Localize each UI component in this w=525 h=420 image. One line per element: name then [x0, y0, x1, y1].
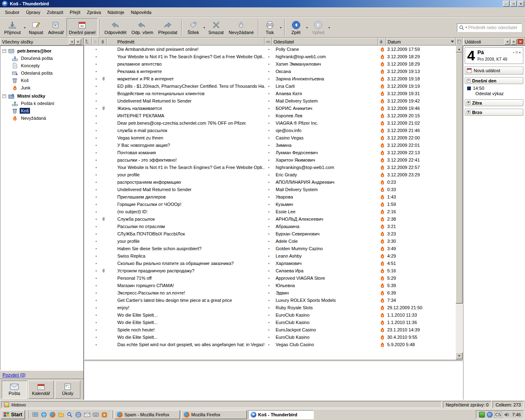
read-cell[interactable] [265, 56, 272, 57]
star-cell[interactable] [92, 292, 100, 294]
read-cell[interactable] [265, 278, 272, 279]
message-row[interactable]: Реклама в интернетеОксана3.12.2009 19:13 [84, 68, 456, 75]
junk-flame-icon[interactable] [378, 217, 386, 222]
read-cell[interactable] [265, 263, 272, 264]
star-cell[interactable] [92, 256, 100, 257]
star-cell[interactable] [92, 211, 100, 212]
message-row[interactable]: маркетинг и PR в интернетЗаряна Иннокент… [84, 75, 456, 82]
close-button[interactable] [518, 1, 524, 7]
junk-flame-icon[interactable] [378, 62, 386, 67]
junk-flame-icon[interactable] [378, 224, 386, 229]
junk-flame-icon[interactable] [378, 246, 386, 251]
read-cell[interactable] [265, 285, 272, 286]
star-cell[interactable] [92, 233, 100, 235]
message-row[interactable]: Устроили праздничную распродажу?Силаева … [84, 267, 456, 274]
star-cell[interactable] [92, 300, 100, 301]
folder-view-prev-button[interactable] [69, 39, 75, 45]
tab-tasks[interactable]: Úkoly [55, 381, 80, 399]
star-cell[interactable] [92, 174, 100, 176]
star-cell[interactable] [92, 307, 100, 308]
column-picker-button[interactable] [456, 38, 463, 46]
read-cell[interactable] [265, 226, 272, 227]
star-cell[interactable] [92, 78, 100, 80]
message-row[interactable]: enjoy!Ruby Royale Slots29.12.2009 21:50 [84, 304, 456, 311]
new-event-button[interactable]: Nová událost [465, 66, 523, 75]
read-cell[interactable] [265, 71, 272, 72]
read-cell[interactable] [265, 160, 272, 161]
title-bar[interactable]: Koš - Thunderbird [0, 0, 525, 7]
next-month-icon[interactable] [519, 50, 521, 54]
star-cell[interactable] [92, 189, 100, 190]
junk-flame-icon[interactable] [378, 283, 386, 288]
menu-upravy[interactable]: Úpravy [23, 9, 43, 16]
message-list-scrollbar[interactable]: ▲ ▼ [456, 46, 463, 359]
read-cell[interactable] [265, 152, 272, 153]
forward-nav-button[interactable]: Vpřed [309, 18, 328, 37]
junk-flame-icon[interactable] [378, 335, 386, 340]
star-cell[interactable] [92, 263, 100, 264]
message-row[interactable]: распространяем информациюАПОЛЛИНАРИЯ Анд… [84, 178, 456, 186]
forward-button[interactable]: Přeposlat [156, 18, 180, 37]
star-cell[interactable] [92, 167, 100, 168]
junk-flame-icon[interactable] [378, 253, 386, 259]
folder-drafts[interactable]: Koncepty [0, 62, 83, 69]
message-row[interactable]: ED pills - $1.20/each, PharmacyChecker C… [84, 82, 456, 90]
tray-app-icon[interactable] [487, 412, 493, 418]
goto-today-icon[interactable] [515, 50, 518, 54]
section-soon-header[interactable]: + Brzo [465, 109, 523, 116]
junk-flame-icon[interactable] [378, 305, 386, 310]
invitations-link[interactable]: Pozvání (0) [2, 372, 25, 377]
message-row[interactable]: Жизнь налаживаетсяБОРИС Аникитич3.12.200… [84, 105, 456, 112]
star-column-header[interactable]: ☆ [92, 38, 99, 46]
read-cell[interactable] [265, 49, 272, 50]
today-pane-close-button[interactable] [518, 39, 523, 44]
attachment-column-header[interactable] [99, 38, 107, 46]
today-dot-icon[interactable] [513, 50, 514, 54]
star-cell[interactable] [92, 248, 100, 249]
menu-napoveda[interactable]: Nápověda [128, 9, 155, 16]
folder-trash-local-selected[interactable]: Koš [0, 107, 83, 114]
folder-view-next-button[interactable] [75, 39, 81, 45]
message-row[interactable]: Undelivered Mail Returned to SenderMail … [84, 97, 456, 105]
search-input[interactable]: ▾ Předmět nebo odesílatel [457, 23, 522, 32]
media-player-icon[interactable] [101, 411, 107, 418]
read-cell[interactable] [265, 241, 272, 242]
junk-flame-icon[interactable] [378, 150, 386, 155]
expand-icon[interactable]: + [467, 110, 470, 114]
read-cell[interactable] [265, 292, 272, 294]
tray-status-icon[interactable] [479, 412, 485, 418]
junk-flame-icon[interactable] [378, 276, 386, 281]
back-dropdown[interactable] [306, 18, 309, 37]
folder-sent[interactable]: Odeslaná pošta [0, 69, 83, 77]
folder-inbox[interactable]: Doručená pošta [0, 55, 83, 62]
message-row[interactable]: Воздействие на потенциальных клиентовАла… [84, 90, 456, 97]
taskbar-window-spam-firefox[interactable]: Spam - Mozilla Firefox [114, 410, 180, 419]
star-cell[interactable] [92, 123, 100, 124]
read-cell[interactable] [265, 329, 272, 331]
junk-flame-icon[interactable] [378, 76, 386, 82]
taskbar-handle[interactable] [111, 411, 112, 419]
menu-soubor[interactable]: Soubor [2, 9, 23, 16]
message-row[interactable]: Undelivered Mail Returned to SenderMail … [84, 186, 456, 193]
message-row[interactable]: Get Cartier's latest bleu design time pi… [84, 297, 456, 304]
message-row[interactable]: Горящие Рассылки от ЧОООр!Кузьмин1:59 [84, 201, 456, 208]
star-cell[interactable] [92, 93, 100, 94]
event-item[interactable]: 14:50 Odeslat výkaz [465, 84, 523, 97]
minimize-button[interactable] [503, 1, 509, 7]
star-cell[interactable] [92, 115, 100, 116]
star-cell[interactable] [92, 49, 100, 50]
taskbar-window-firefox[interactable]: Mozilla Firefox [181, 410, 247, 419]
junk-flame-icon[interactable] [378, 84, 386, 89]
read-cell[interactable] [265, 174, 272, 176]
collapse-icon[interactable] [467, 79, 470, 82]
message-row[interactable]: your profileAdele Cole3:30 [84, 237, 456, 245]
message-row[interactable]: Магазин горящего СПАМА!Юльевна5:39 [84, 282, 456, 289]
forward-nav-dropdown[interactable] [328, 18, 331, 37]
message-row[interactable]: Wo die Elite Spielt...EuroClub Kasino1.1… [84, 311, 456, 319]
account-row[interactable]: petr.benes@bor [0, 47, 83, 55]
tag-dropdown[interactable] [203, 18, 206, 37]
tab-calendar[interactable]: Kalendář [28, 381, 54, 399]
message-row[interactable]: служба e-mail рассылокoje@osv.info3.12.2… [84, 127, 456, 134]
read-cell[interactable] [265, 86, 272, 87]
star-cell[interactable] [92, 108, 100, 109]
